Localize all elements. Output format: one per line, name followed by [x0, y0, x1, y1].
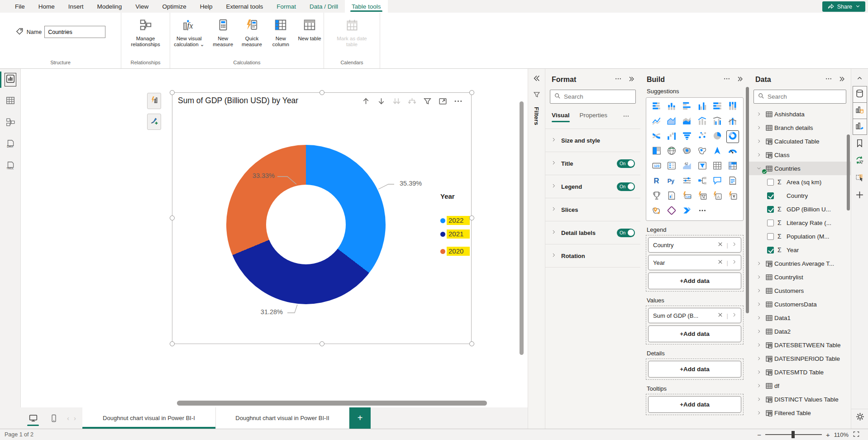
chevron-right-icon[interactable]: [754, 397, 763, 402]
toggle-on[interactable]: On: [617, 229, 635, 237]
legend-item-2020[interactable]: 2020: [440, 246, 470, 257]
data-table-df[interactable]: df: [749, 379, 851, 392]
menu-item-view[interactable]: View: [129, 0, 155, 13]
resize-handle[interactable]: [469, 90, 474, 95]
visual-type-clustered-bar-chart[interactable]: [681, 101, 693, 113]
resize-handle[interactable]: [469, 341, 474, 346]
page-tab-2[interactable]: Doughnut chart visual in Power BI-II: [216, 407, 349, 429]
expand-all-down-icon[interactable]: [407, 96, 417, 108]
visual-type-gauge[interactable]: [727, 146, 739, 158]
menu-item-modeling[interactable]: Modeling: [91, 0, 129, 13]
data-table-countrylist[interactable]: Countrylist: [749, 270, 851, 284]
format-tab-properties[interactable]: Properties: [580, 112, 608, 122]
collapse-pane-icon[interactable]: [737, 76, 744, 84]
collapse-rail-icon[interactable]: [853, 70, 867, 86]
format-section-detail-labels[interactable]: Detail labelsOn: [545, 221, 640, 244]
format-section-legend[interactable]: LegendOn: [545, 175, 640, 198]
rail-sync-slicers-button[interactable]: [853, 153, 867, 169]
sidebar-item-table-view[interactable]: [0, 91, 21, 112]
remove-field-icon[interactable]: [717, 311, 724, 320]
field-checkbox[interactable]: [767, 220, 774, 226]
visual-type-waterfall-chart[interactable]: [666, 131, 677, 143]
add-data-button[interactable]: +Add data: [648, 361, 741, 378]
page-tab-1[interactable]: Doughnut chart visual in Power BI-I: [82, 407, 216, 429]
format-search[interactable]: [550, 90, 636, 104]
chevron-right-icon[interactable]: [754, 315, 763, 320]
visual-type-new-card[interactable]: 123: [681, 191, 693, 202]
visual-type-new-slicer[interactable]: [696, 191, 708, 202]
visual-type-matrix[interactable]: [727, 161, 739, 172]
visual-type-slicer[interactable]: [696, 161, 708, 172]
new-table-button[interactable]: New table: [296, 16, 324, 42]
menu-item-table-tools[interactable]: Table tools: [345, 0, 388, 13]
visual-type-combo-chart[interactable]: [727, 116, 739, 128]
sidebar-item-model-view[interactable]: [0, 112, 21, 134]
analyze-button[interactable]: [147, 93, 161, 109]
format-section-title[interactable]: TitleOn: [545, 152, 640, 175]
visual-type-text-slicer[interactable]: A: [711, 191, 723, 202]
field-options-icon[interactable]: [731, 241, 737, 249]
zoom-out-button[interactable]: −: [757, 431, 761, 439]
resize-handle[interactable]: [170, 215, 175, 220]
visual-type-kpi[interactable]: 42: [681, 161, 693, 172]
quick-measure-button[interactable]: Quick measure: [238, 16, 266, 48]
new-measure-button[interactable]: New measure: [209, 16, 237, 48]
chevron-right-icon[interactable]: [754, 383, 763, 388]
visual-type-table[interactable]: [711, 161, 723, 172]
format-section-size-and-style[interactable]: Size and style: [545, 129, 640, 152]
legend-item-2021[interactable]: 2021: [440, 229, 470, 239]
chevron-right-icon[interactable]: [754, 152, 763, 158]
visual-type-button-slicer[interactable]: [727, 191, 739, 202]
data-field-year[interactable]: Σ Year: [749, 243, 851, 257]
expand-filters-icon[interactable]: [533, 74, 541, 84]
zoom-slider[interactable]: [765, 434, 822, 435]
menu-item-external-tools[interactable]: External tools: [219, 0, 270, 13]
data-field-population-m-[interactable]: Σ Population (M...: [749, 230, 851, 243]
visual-type-power-automate[interactable]: [681, 206, 693, 217]
visual-type-decomposition-tree[interactable]: [696, 176, 708, 187]
canvas-vertical-scrollbar[interactable]: [520, 101, 524, 355]
visual-type-donut-chart[interactable]: [727, 131, 739, 143]
format-tab-visual[interactable]: Visual: [552, 112, 570, 122]
visual-type-metrics[interactable]: [651, 191, 663, 202]
new-column-button[interactable]: New column: [267, 16, 295, 48]
visual-type-stacked-column-chart[interactable]: [666, 101, 677, 113]
chevron-right-icon[interactable]: [754, 369, 763, 375]
legend-item-2022[interactable]: 2022: [440, 215, 470, 226]
chevron-right-icon[interactable]: [754, 139, 763, 144]
collapse-pane-icon[interactable]: [628, 76, 635, 84]
sidebar-item-report-view[interactable]: [0, 69, 21, 91]
data-table-datesbetween-table[interactable]: DATESBETWEEN Table: [749, 338, 851, 352]
remove-field-icon[interactable]: [717, 241, 724, 249]
data-table-datesinperiod-table[interactable]: DATESINPERIOD Table: [749, 352, 851, 365]
previous-page-arrow[interactable]: ‹: [67, 414, 69, 422]
field-checkbox[interactable]: [767, 192, 774, 199]
data-pane-scrollbar[interactable]: [847, 134, 850, 210]
drill-up-icon[interactable]: [361, 96, 371, 108]
rail-format-pane-button[interactable]: [853, 119, 867, 135]
visual-type-qa-visual[interactable]: [711, 176, 723, 187]
focus-mode-icon[interactable]: [438, 96, 448, 108]
field-pill[interactable]: Sum of GDP (B... |: [648, 308, 741, 323]
more-options-icon[interactable]: [723, 75, 730, 84]
visual-type-clustered-column-chart[interactable]: [696, 101, 708, 113]
visual-type-scatter-chart[interactable]: [696, 131, 708, 143]
data-table-datesmtd-table[interactable]: DATESMTD Table: [749, 365, 851, 379]
field-checkbox[interactable]: [767, 179, 774, 186]
chevron-right-icon[interactable]: [754, 356, 763, 361]
toggle-on[interactable]: On: [617, 159, 635, 168]
data-field-area-sq-km-[interactable]: Σ Area (sq km): [749, 175, 851, 189]
new-visual-calculation-button[interactable]: fxNew visual calculation ⌄: [170, 16, 208, 48]
add-data-button[interactable]: +Add data: [648, 273, 741, 289]
data-field-gdp-billion-u-[interactable]: Σ GDP (Billion U...: [749, 202, 851, 216]
chevron-right-icon[interactable]: [754, 301, 763, 307]
menu-item-format[interactable]: Format: [270, 0, 303, 13]
table-name-input[interactable]: [44, 26, 105, 38]
chevron-right-icon[interactable]: [754, 111, 763, 117]
sidebar-item-dax-query-view[interactable]: DAX: [0, 134, 21, 156]
data-field-country[interactable]: Country: [749, 189, 851, 202]
data-table-filtered-table[interactable]: Filtered Table: [749, 406, 851, 420]
visual-type-paginated-report[interactable]: [666, 191, 677, 202]
visual-type-funnel-chart[interactable]: [681, 131, 693, 143]
rail-selection-button[interactable]: [853, 170, 867, 187]
